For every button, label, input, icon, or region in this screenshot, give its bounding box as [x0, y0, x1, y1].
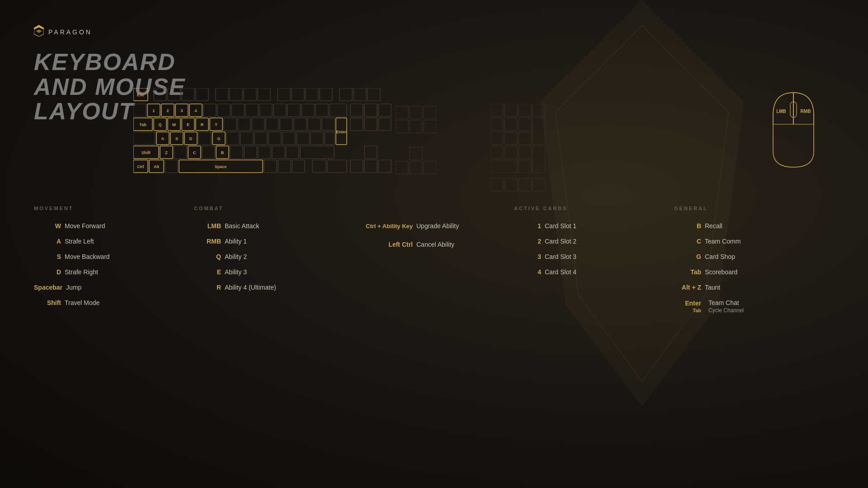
svg-rect-138: [396, 120, 408, 133]
svg-text:A: A: [161, 136, 165, 141]
binding-key: D: [34, 268, 61, 276]
svg-rect-17: [133, 104, 146, 117]
svg-text:E: E: [187, 122, 189, 127]
svg-text:4: 4: [194, 108, 197, 113]
svg-rect-51: [266, 118, 278, 131]
svg-text:Ctrl: Ctrl: [137, 164, 144, 169]
svg-rect-126: [505, 146, 517, 159]
svg-rect-142: [396, 161, 408, 174]
binding-key: Alt + Z: [674, 284, 701, 291]
binding-key: C: [674, 238, 701, 245]
svg-rect-69: [241, 132, 253, 145]
svg-rect-49: [238, 118, 250, 131]
svg-rect-116: [519, 104, 531, 117]
binding-action: Team Chat: [708, 299, 744, 306]
svg-text:G: G: [217, 136, 220, 141]
combat-title: COMBAT: [194, 206, 354, 211]
svg-rect-12: [306, 88, 318, 101]
svg-rect-141: [410, 147, 422, 160]
binding-action: Ability 4 (Ultimate): [225, 284, 276, 291]
svg-text:Shift: Shift: [142, 150, 151, 155]
svg-rect-74: [311, 132, 323, 145]
svg-text:D: D: [189, 136, 193, 141]
svg-rect-121: [533, 118, 545, 145]
svg-rect-27: [217, 104, 230, 117]
svg-rect-118: [491, 118, 503, 131]
binding-key: Shift: [34, 299, 61, 306]
svg-rect-125: [491, 146, 503, 159]
svg-rect-124: [519, 132, 531, 145]
svg-rect-88: [258, 146, 271, 159]
binding-row: RMB Ability 1: [194, 238, 354, 245]
binding-row: R Ability 4 (Ultimate): [194, 284, 354, 291]
svg-text:RMB: RMB: [801, 109, 811, 114]
svg-rect-31: [274, 104, 286, 117]
binding-action: Scoreboard: [705, 268, 737, 276]
main-content: PARAGON KEYBOARD AND MOUSE LAYOUT .k { f…: [0, 0, 868, 488]
svg-rect-140: [424, 120, 436, 133]
svg-rect-144: [424, 161, 436, 174]
binding-action: Ability 1: [225, 238, 247, 245]
svg-rect-137: [424, 106, 436, 119]
logo-text: PARAGON: [48, 28, 92, 36]
binding-key: 4: [514, 268, 541, 276]
binding-action-sub: Cycle Channel: [708, 307, 744, 314]
svg-rect-136: [410, 106, 422, 119]
svg-rect-115: [505, 104, 517, 117]
svg-rect-8: [244, 88, 256, 101]
svg-rect-13: [320, 88, 332, 101]
binding-row: 2 Card Slot 2: [514, 238, 674, 245]
svg-rect-102: [312, 160, 326, 173]
svg-rect-3: [168, 88, 180, 101]
cards-title: ACTIVE CARDS: [514, 206, 674, 211]
binding-key: Left Ctrl: [354, 241, 413, 248]
combo-section: - Ctrl + Ability Key Upgrade Ability Lef…: [354, 206, 514, 322]
svg-rect-54: [308, 118, 321, 131]
svg-text:Tab: Tab: [139, 122, 146, 127]
svg-rect-83: [202, 146, 215, 159]
svg-rect-103: [327, 160, 347, 173]
combat-section: COMBAT LMB Basic Attack RMB Ability 1 Q …: [194, 206, 354, 322]
binding-key: 2: [514, 238, 541, 245]
svg-rect-117: [533, 104, 545, 117]
binding-action: Card Shop: [705, 253, 735, 260]
svg-rect-52: [280, 118, 292, 131]
svg-rect-30: [259, 104, 272, 117]
svg-rect-123: [505, 132, 517, 145]
general-title: GENERAL: [674, 206, 834, 211]
svg-rect-134: [533, 178, 545, 191]
svg-rect-14: [340, 88, 352, 101]
binding-action: Card Slot 4: [545, 268, 576, 276]
binding-action: Taunt: [705, 284, 720, 291]
binding-key: Tab: [674, 268, 701, 276]
binding-key: B: [674, 222, 701, 230]
binding-row: B Recall: [674, 222, 834, 230]
binding-action: Cancel Ability: [416, 241, 454, 248]
binding-action: Jump: [66, 284, 81, 291]
svg-rect-122: [491, 132, 503, 145]
binding-row: E Ability 3: [194, 268, 354, 276]
numpad-diagram: .nk { fill: none; stroke: #3a3028; strok…: [491, 104, 554, 192]
svg-rect-143: [410, 161, 422, 174]
svg-rect-80: [174, 146, 187, 159]
svg-rect-111: [350, 160, 363, 173]
svg-rect-48: [224, 118, 236, 131]
nav-cluster: .ck { fill: none; stroke: #3a3028; strok…: [396, 88, 436, 192]
binding-key: G: [674, 253, 701, 260]
binding-action: Basic Attack: [225, 222, 259, 230]
svg-rect-11: [292, 88, 304, 101]
movement-section: MOVEMENT W Move Forward A Strafe Left S …: [34, 206, 194, 322]
svg-text:C: C: [193, 150, 196, 155]
binding-action: Strafe Right: [65, 268, 98, 276]
svg-text:S: S: [175, 136, 178, 141]
svg-rect-101: [292, 160, 305, 173]
svg-text:B: B: [221, 150, 224, 155]
svg-rect-26: [203, 104, 216, 117]
binding-action: Move Backward: [65, 253, 110, 260]
svg-rect-114: [491, 104, 503, 117]
binding-action: Recall: [705, 222, 722, 230]
svg-rect-50: [252, 118, 264, 131]
binding-row: 3 Card Slot 3: [514, 253, 674, 260]
svg-text:Esc: Esc: [137, 93, 144, 97]
binding-row: Ctrl + Ability Key Upgrade Ability: [354, 222, 514, 230]
